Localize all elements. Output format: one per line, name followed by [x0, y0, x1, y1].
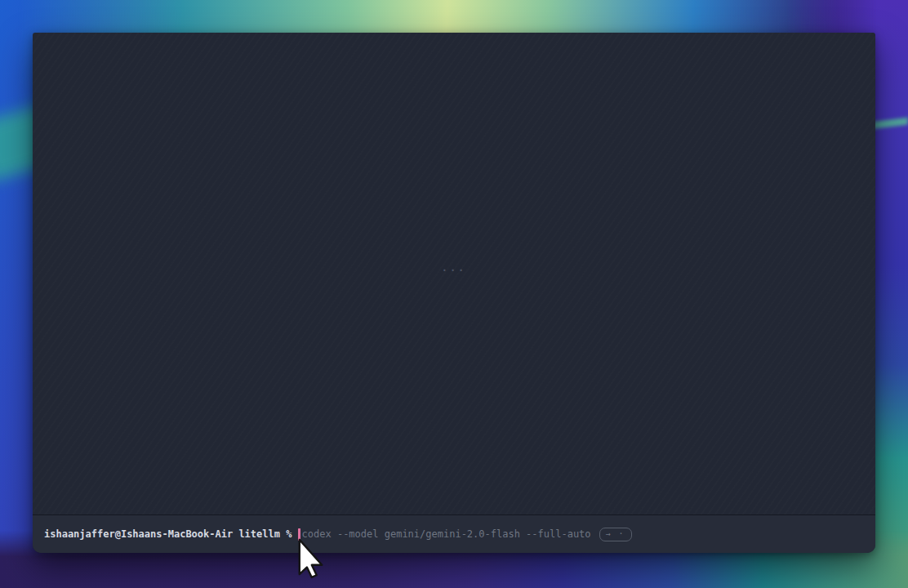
autocomplete-hint-badge: → · — [599, 528, 632, 541]
terminal-loading-ellipsis: ··· — [442, 265, 467, 276]
terminal-window: ··· ishaanjaffer@Ishaans-MacBook-Airlite… — [33, 33, 875, 553]
prompt-directory: litellm — [238, 528, 280, 541]
prompt-symbol: % — [286, 528, 292, 541]
prompt-user-host: ishaanjaffer@Ishaans-MacBook-Air — [44, 528, 233, 541]
terminal-command-line[interactable]: ishaanjaffer@Ishaans-MacBook-Airlitellm%… — [33, 514, 875, 553]
desktop-wallpaper: ··· ishaanjaffer@Ishaans-MacBook-Airlite… — [0, 0, 908, 588]
command-autosuggestion: codex --model gemini/gemini-2.0-flash --… — [302, 528, 591, 541]
hint-badge-label: → · — [606, 528, 625, 541]
terminal-output-area: ··· — [33, 33, 875, 514]
text-caret — [298, 528, 300, 541]
